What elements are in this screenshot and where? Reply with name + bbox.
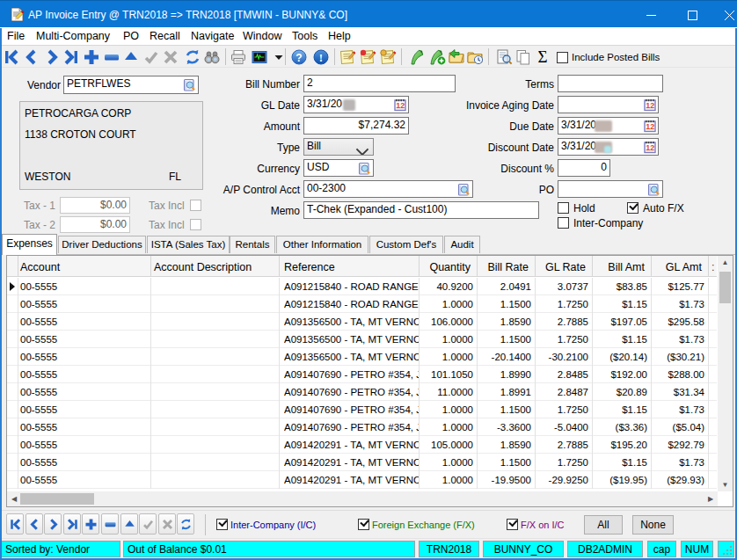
svg-text:!: ! (319, 51, 323, 64)
svg-text:12: 12 (646, 101, 654, 110)
svg-text:Σ: Σ (537, 48, 547, 66)
svg-text:12: 12 (646, 122, 654, 131)
svg-text:?: ? (296, 52, 302, 64)
svg-text:12: 12 (396, 101, 405, 110)
svg-text:12: 12 (646, 143, 654, 152)
